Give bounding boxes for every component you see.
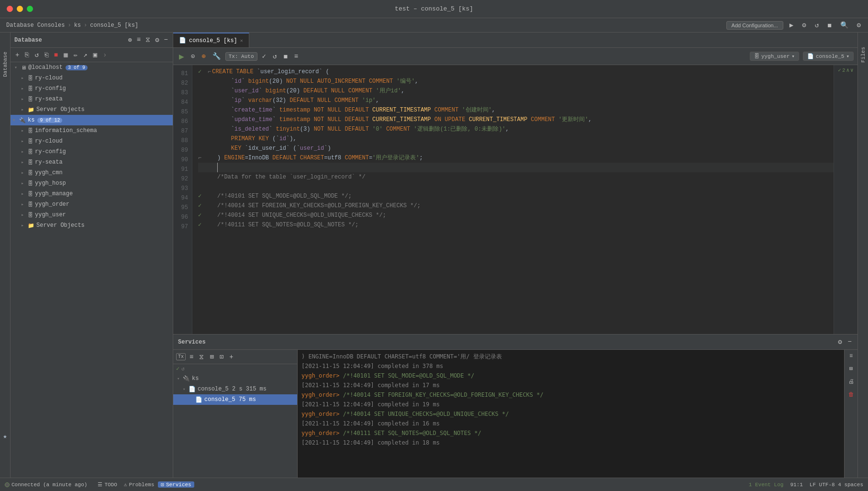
panel-icon-4[interactable]: 🗑 — [847, 390, 855, 399]
rollback-icon[interactable]: ↺ — [271, 51, 278, 61]
user-badge[interactable]: 🗄 yygh_user ▾ — [750, 52, 799, 61]
window-title: test – console_5 [ks] — [395, 5, 473, 12]
tree-item-server-objects-1[interactable]: ▸ 📁 Server Objects — [11, 104, 173, 115]
srv-pin-icon[interactable]: ⊡ — [218, 352, 225, 362]
panel-icon-2[interactable]: ⊞ — [848, 364, 854, 373]
ks-label: ks — [28, 117, 34, 123]
run-query-icon[interactable]: ▶ — [177, 50, 186, 63]
db-edit-icon[interactable]: ✏ — [72, 50, 79, 60]
db-sync-icon[interactable]: ⊕ — [127, 35, 133, 45]
tx-icon[interactable]: Tx — [176, 353, 186, 360]
database-vertical-tab[interactable]: Database — [0, 33, 11, 478]
add-config-button[interactable]: Add Configuration... — [726, 21, 783, 30]
db-more-icon[interactable]: › — [101, 50, 109, 60]
tree-item-ry-config-2[interactable]: ▸ 🗄 ry-config — [11, 146, 173, 157]
stop-icon[interactable]: ◼ — [826, 20, 832, 30]
db-add-icon[interactable]: + — [13, 50, 21, 60]
format-icon[interactable]: ≡ — [292, 52, 300, 61]
wrench-icon[interactable]: 🔧 — [211, 51, 223, 61]
minimize-button[interactable] — [17, 6, 23, 12]
close-button[interactable] — [7, 6, 13, 12]
db-schema-icon[interactable]: ⎗ — [43, 50, 50, 60]
code-content[interactable]: ✓ ⌐ CREATE TABLE `user_login_record` ( `… — [192, 65, 834, 334]
services-settings-icon[interactable]: ⚙ — [837, 337, 843, 347]
search-icon[interactable]: 🔍 — [839, 20, 849, 30]
tree-item-localhost[interactable]: ▾ 🖥 @localhost 3 of 9 — [11, 62, 173, 73]
event-log-badge[interactable]: 1 Event Log — [749, 482, 784, 488]
srv-add-icon[interactable]: + — [227, 352, 235, 362]
srv-reload-icon[interactable]: ↺ — [181, 366, 185, 372]
tree-item-yygh-cmn[interactable]: ▸ 🗄 yygh_cmn — [11, 167, 173, 178]
tree-item-ry-seata-2[interactable]: ▸ 🗄 ry-seata — [11, 157, 173, 167]
editor-tab-console5[interactable]: 📄 console_5 [ks] ✕ — [173, 33, 249, 47]
todo-icon: ☰ — [98, 481, 102, 488]
srv-item-console5-parent[interactable]: ▾ 📄 console_5 2 s 315 ms — [173, 384, 297, 394]
status-tab-services[interactable]: ⊡ Services — [158, 481, 194, 488]
ry-config-1-icon: 🗄 — [28, 86, 33, 92]
tx-select[interactable]: Tx: Auto — [225, 52, 257, 61]
status-tab-todo[interactable]: ☰ TODO — [95, 481, 120, 488]
database-tab-label[interactable]: Database — [2, 52, 8, 77]
files-tab-label[interactable]: Files — [860, 47, 866, 63]
tree-item-info-schema[interactable]: ▸ 🗄 information_schema — [11, 125, 173, 136]
srv-item-ks[interactable]: ▾ 🔌 ks — [173, 373, 297, 384]
panel-icon-3[interactable]: 🖨 — [847, 377, 855, 386]
run-icon[interactable]: ▶ — [789, 20, 794, 30]
db-filter-icon[interactable]: ⧖ — [145, 35, 151, 45]
param-icon[interactable]: ⊕ — [200, 51, 207, 61]
console-badge[interactable]: 📄 console_5 ▾ — [803, 52, 854, 61]
tree-item-ks[interactable]: ▾ 🔌 ks 9 of 12 — [11, 115, 173, 125]
db-list-icon[interactable]: ≡ — [136, 35, 142, 45]
srv-list-icon[interactable]: ≡ — [188, 352, 195, 362]
breadcrumb-database-consoles[interactable]: Database Consoles — [6, 22, 65, 29]
stop-tx-icon[interactable]: ◼ — [281, 51, 289, 61]
info-schema-label: information_schema — [35, 127, 97, 134]
tree-item-server-objects-2[interactable]: ▸ 📁 Server Objects — [11, 220, 173, 231]
settings-icon[interactable]: ⚙ — [856, 20, 862, 30]
gutter-up-icon[interactable]: ∧ — [846, 67, 849, 73]
files-panel[interactable]: Files — [857, 33, 868, 478]
code-editor[interactable]: 81 82 83 84 85 86 87 88 89 90 91 92 93 9… — [173, 65, 857, 334]
commit-icon[interactable]: ✓ — [260, 51, 268, 61]
srv-item-console5-child[interactable]: 📄 console_5 75 ms — [173, 394, 297, 405]
yygh-hosp-arrow: ▸ — [21, 180, 28, 186]
tab-close-icon[interactable]: ✕ — [240, 38, 243, 44]
db-close-icon[interactable]: − — [163, 35, 169, 45]
gutter-down-icon[interactable]: ∨ — [850, 67, 854, 73]
debug-icon[interactable]: ⚙ — [801, 20, 807, 30]
tree-item-yygh-order[interactable]: ▸ 🗄 yygh_order — [11, 199, 173, 210]
panel-icon-1[interactable]: ≡ — [848, 352, 854, 360]
console5-parent-label: console_5 2 s 315 ms — [198, 386, 267, 392]
status-tab-problems[interactable]: ⚠ Problems — [121, 481, 157, 488]
breadcrumb-console[interactable]: console_5 [ks] — [90, 22, 138, 29]
tree-item-yygh-hosp[interactable]: ▸ 🗄 yygh_hosp — [11, 178, 173, 189]
srv-filter-icon[interactable]: ⧖ — [197, 352, 206, 362]
tree-item-yygh-user[interactable]: ▸ 🗄 yygh_user — [11, 210, 173, 220]
maximize-button[interactable] — [27, 6, 33, 12]
window-controls[interactable] — [7, 6, 33, 12]
services-close-icon[interactable]: − — [847, 337, 853, 347]
db-settings-icon[interactable]: ⚙ — [154, 35, 160, 45]
server-objects-2-icon: 📁 — [28, 223, 34, 229]
reload-icon[interactable]: ↺ — [814, 20, 820, 30]
srv-group-icon[interactable]: ⊞ — [208, 352, 215, 362]
tree-item-ry-seata-1[interactable]: ▸ 🗄 ry-seata — [11, 94, 173, 104]
db-link-icon[interactable]: ↗ — [81, 50, 89, 60]
code-line-87: `is_deleted` tinyint(3) NOT NULL DEFAULT… — [198, 124, 834, 134]
db-img-icon[interactable]: ▣ — [91, 50, 99, 60]
code-line-96: ✓ /*!40014 SET UNIQUE_CHECKS=@OLD_UNIQUE… — [198, 211, 834, 220]
history-icon[interactable]: ⊙ — [189, 51, 197, 61]
tree-item-yygh-manage[interactable]: ▸ 🗄 yygh_manage — [11, 189, 173, 199]
ry-cloud-1-arrow: ▸ — [21, 75, 28, 81]
db-copy-icon[interactable]: ⎘ — [23, 50, 31, 60]
tree-item-ry-config-1[interactable]: ▸ 🗄 ry-config — [11, 83, 173, 94]
yygh-order-arrow: ▸ — [21, 201, 28, 207]
ry-cloud-1-label: ry-cloud — [35, 75, 63, 81]
yygh-manage-arrow: ▸ — [21, 191, 28, 197]
breadcrumb-ks[interactable]: ks — [74, 22, 81, 29]
tree-item-ry-cloud-2[interactable]: ▸ 🗄 ry-cloud — [11, 136, 173, 146]
db-stop-icon[interactable]: ■ — [52, 50, 60, 60]
db-table-icon[interactable]: ▦ — [62, 50, 69, 60]
tree-item-ry-cloud-1[interactable]: ▸ 🗄 ry-cloud — [11, 73, 173, 83]
db-refresh-icon[interactable]: ↺ — [33, 50, 40, 60]
